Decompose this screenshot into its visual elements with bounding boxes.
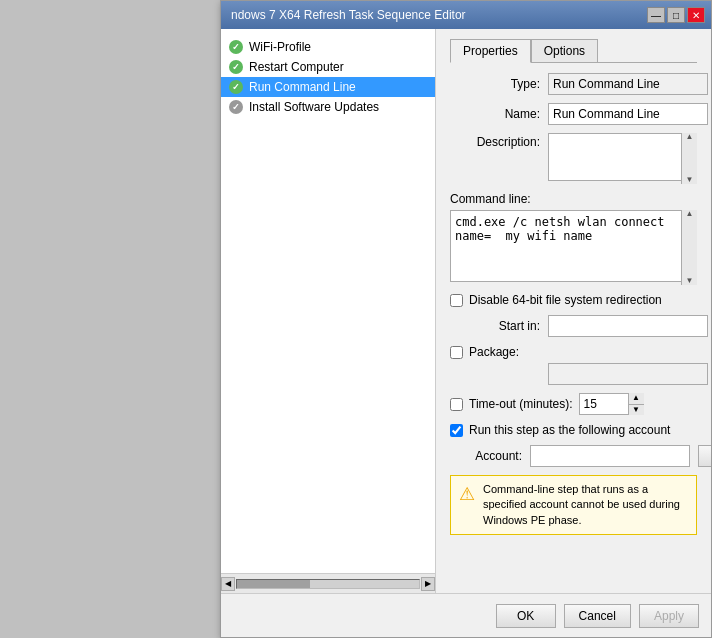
tabs: Properties Options [450,39,697,63]
scroll-left-btn[interactable]: ◀ [221,577,235,591]
sidebar-item-wifi-profile[interactable]: ✓ WiFi-Profile [221,37,435,57]
cmdline-label: Command line: [450,192,697,206]
warning-text: Command-line step that runs as a specifi… [483,482,688,528]
left-panel: ✓ WiFi-Profile ✓ Restart Computer ✓ Run … [221,29,436,593]
name-row: Name: [450,103,697,125]
package-label: Package: [469,345,519,359]
sidebar-label-restart: Restart Computer [249,60,344,74]
tab-options[interactable]: Options [531,39,598,63]
sidebar-label-wifi: WiFi-Profile [249,40,311,54]
sidebar-item-run-cmd[interactable]: ✓ Run Command Line [221,77,435,97]
cmdline-scrollbar[interactable]: ▲ ▼ [681,210,697,285]
scroll-right-btn[interactable]: ▶ [421,577,435,591]
run-as-checkbox[interactable] [450,424,463,437]
account-label: Account: [450,449,522,463]
status-icon-restart: ✓ [229,60,243,74]
timeout-checkbox[interactable] [450,398,463,411]
close-button[interactable]: ✕ [687,7,705,23]
disable-64bit-checkbox[interactable] [450,294,463,307]
run-as-label: Run this step as the following account [469,423,670,437]
bottom-bar: OK Cancel Apply [221,593,711,637]
description-textarea[interactable] [548,133,697,181]
scrollbar-track[interactable] [236,579,420,589]
description-label: Description: [450,133,540,149]
title-bar: ndows 7 X64 Refresh Task Sequence Editor… [221,1,711,29]
tab-properties[interactable]: Properties [450,39,531,63]
status-icon-updates: ✓ [229,100,243,114]
sidebar-item-restart[interactable]: ✓ Restart Computer [221,57,435,77]
type-label: Type: [450,77,540,91]
sidebar-item-install-updates[interactable]: ✓ Install Software Updates [221,97,435,117]
sidebar-label-updates: Install Software Updates [249,100,379,114]
name-label: Name: [450,107,540,121]
package-input-row: Browse... [450,363,697,385]
description-wrap: ▲ ▼ [548,133,697,184]
type-row: Type: [450,73,697,95]
account-row: Account: Set... [450,445,697,467]
minimize-button[interactable]: — [647,7,665,23]
sidebar-items-area: ✓ WiFi-Profile ✓ Restart Computer ✓ Run … [221,29,435,573]
cmdline-scroll-up-icon[interactable]: ▲ [686,210,694,218]
start-in-label: Start in: [450,319,540,333]
start-in-input[interactable] [548,315,708,337]
maximize-button[interactable]: □ [667,7,685,23]
desc-scrollbar[interactable]: ▲ ▼ [681,133,697,184]
main-panel: Properties Options Type: Name: Descripti… [436,29,711,593]
account-input[interactable] [530,445,690,467]
package-checkbox[interactable] [450,346,463,359]
package-input[interactable] [548,363,708,385]
timeout-spinner: ▲ ▼ [579,393,644,415]
main-window: ndows 7 X64 Refresh Task Sequence Editor… [220,0,712,638]
disable-64bit-row: Disable 64-bit file system redirection [450,293,697,307]
spinner-arrows: ▲ ▼ [628,393,644,415]
warning-icon: ⚠ [459,482,475,528]
scrollbar-thumb [237,580,310,588]
status-icon-wifi: ✓ [229,40,243,54]
description-row: Description: ▲ ▼ [450,133,697,184]
window-title: ndows 7 X64 Refresh Task Sequence Editor [227,8,647,22]
type-input[interactable] [548,73,708,95]
ok-button[interactable]: OK [496,604,556,628]
timeout-label: Time-out (minutes): [469,397,573,411]
spin-up-btn[interactable]: ▲ [629,393,644,405]
set-button[interactable]: Set... [698,445,711,467]
name-input[interactable] [548,103,708,125]
scroll-down-icon[interactable]: ▼ [686,176,694,184]
cmdline-wrap: ▲ ▼ [450,210,697,285]
package-checkbox-row: Package: [450,345,697,359]
spin-down-btn[interactable]: ▼ [629,405,644,416]
sidebar-label-runcmd: Run Command Line [249,80,356,94]
cmdline-textarea[interactable] [450,210,697,282]
warning-box: ⚠ Command-line step that runs as a speci… [450,475,697,535]
start-in-row: Start in: Browse... [450,315,697,337]
disable-64bit-label: Disable 64-bit file system redirection [469,293,662,307]
cmdline-scroll-down-icon[interactable]: ▼ [686,277,694,285]
scroll-up-icon[interactable]: ▲ [686,133,694,141]
status-icon-runcmd: ✓ [229,80,243,94]
title-buttons: — □ ✕ [647,7,705,23]
apply-button[interactable]: Apply [639,604,699,628]
timeout-row: Time-out (minutes): ▲ ▼ [450,393,697,415]
content-area: ✓ WiFi-Profile ✓ Restart Computer ✓ Run … [221,29,711,593]
run-as-row: Run this step as the following account [450,423,697,437]
sidebar-scrollbar[interactable]: ◀ ▶ [221,573,435,593]
cancel-button[interactable]: Cancel [564,604,631,628]
